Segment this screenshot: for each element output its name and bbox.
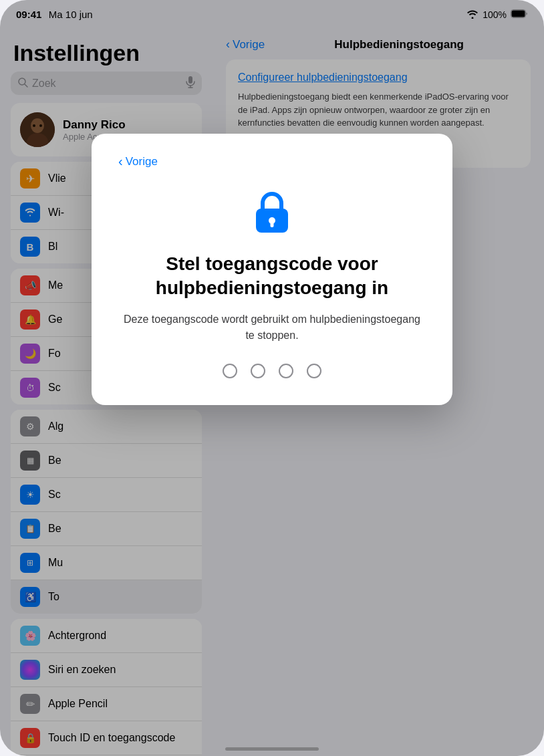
passcode-dot-3 [279, 364, 293, 378]
modal-description: Deze toegangscode wordt gebruikt om hulp… [118, 311, 426, 344]
modal-back-button[interactable]: ‹ Vorige [118, 154, 158, 169]
passcode-dot-2 [251, 364, 265, 378]
passcode-dots [223, 364, 321, 378]
lock-icon [249, 189, 295, 236]
passcode-dot-4 [307, 364, 321, 378]
passcode-dot-1 [223, 364, 237, 378]
modal-overlay: ‹ Vorige Stel toegangscode voor hulpbedi… [0, 0, 544, 756]
passcode-modal: ‹ Vorige Stel toegangscode voor hulpbedi… [92, 134, 452, 405]
modal-back-label: Vorige [126, 155, 158, 168]
modal-back-chevron-icon: ‹ [118, 154, 123, 169]
svg-rect-14 [271, 222, 274, 227]
modal-title: Stel toegangscode voor hulpbedieningstoe… [118, 252, 426, 301]
